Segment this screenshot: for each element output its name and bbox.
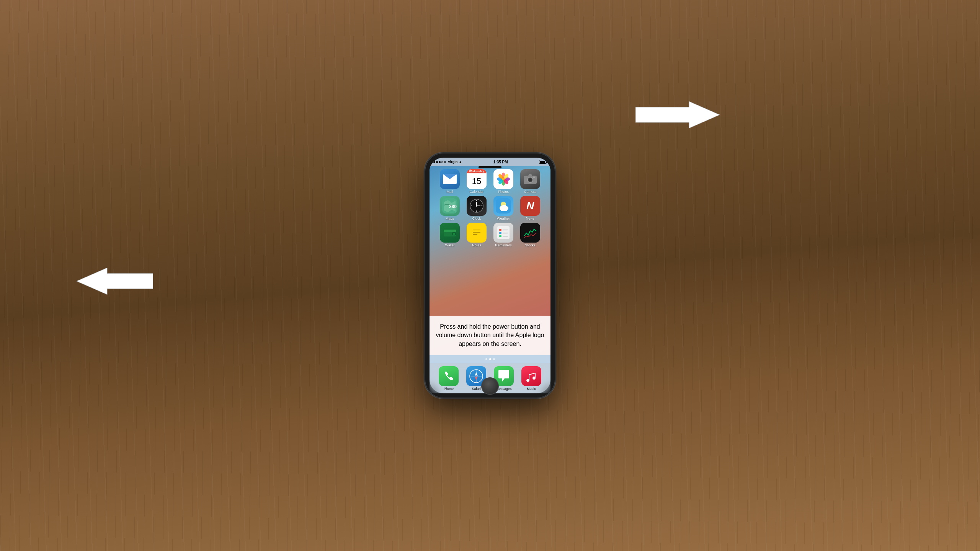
- speaker: [479, 166, 501, 168]
- app-mail[interactable]: Mail: [438, 169, 462, 194]
- battery-icon: [539, 160, 547, 164]
- app-camera[interactable]: Camera: [518, 169, 542, 194]
- app-wallet[interactable]: Wallet: [438, 223, 462, 247]
- svg-point-14: [533, 176, 535, 178]
- calendar-day: 15: [467, 173, 487, 189]
- dock-music[interactable]: Music: [519, 366, 543, 391]
- status-time: 1:35 PM: [493, 160, 508, 164]
- svg-point-13: [529, 178, 532, 181]
- reminders-label: Reminders: [495, 243, 512, 247]
- arrow-left: [77, 266, 153, 298]
- news-icon: N: [520, 196, 540, 216]
- weather-label: Weather: [497, 217, 510, 220]
- news-label: News: [526, 217, 535, 220]
- home-button[interactable]: [481, 377, 499, 395]
- signal-dot-4: [441, 161, 443, 163]
- maps-label: Maps: [446, 217, 454, 220]
- page-dot-2: [489, 358, 491, 360]
- app-calendar[interactable]: Wednesday 15 Calendar: [465, 169, 488, 194]
- svg-text:280: 280: [449, 204, 457, 209]
- arrow-right: [635, 99, 720, 132]
- status-bar: Virgin ▲ 1:35 PM: [430, 158, 550, 166]
- clock-icon: [467, 196, 487, 216]
- status-left: Virgin ▲: [433, 160, 462, 164]
- app-photos[interactable]: Photos: [492, 169, 515, 194]
- app-reminders[interactable]: Reminders: [492, 223, 515, 247]
- instruction-overlay: Press and hold the power button and volu…: [430, 316, 550, 355]
- safari-label: Safari: [472, 387, 481, 391]
- calendar-icon-inner: Wednesday 15: [467, 169, 487, 189]
- music-label: Music: [527, 387, 536, 391]
- app-stocks[interactable]: Stocks: [518, 223, 542, 247]
- app-row-3: Wallet Notes: [433, 223, 547, 247]
- notes-label: Notes: [472, 243, 481, 247]
- svg-point-35: [453, 233, 455, 235]
- app-news[interactable]: N News: [518, 196, 542, 220]
- app-notes[interactable]: Notes: [465, 223, 488, 247]
- phone-label: Phone: [444, 387, 454, 391]
- carrier-name: Virgin: [448, 160, 457, 164]
- calendar-weekday: Wednesday: [467, 169, 487, 173]
- signal-dot-3: [439, 161, 441, 163]
- svg-point-43: [499, 232, 501, 234]
- notes-icon: [467, 223, 487, 243]
- wallet-label: Wallet: [445, 243, 455, 247]
- phone-icon: [439, 366, 459, 386]
- stocks-icon: [520, 223, 540, 243]
- signal-dot-2: [436, 161, 438, 163]
- music-icon: [521, 366, 541, 386]
- svg-rect-33: [444, 230, 456, 232]
- page-dot-3: [493, 358, 495, 360]
- calendar-icon: Wednesday 15: [467, 169, 487, 189]
- dock-phone[interactable]: Phone: [437, 366, 461, 391]
- mail-icon: [440, 169, 460, 189]
- app-row-2: 280 Maps: [433, 196, 547, 220]
- svg-marker-1: [635, 101, 720, 128]
- mail-envelope: [443, 174, 457, 184]
- weather-icon: [493, 196, 513, 216]
- iphone-device: Virgin ▲ 1:35 PM: [425, 153, 555, 398]
- svg-rect-36: [470, 226, 483, 239]
- instruction-text: Press and hold the power button and volu…: [436, 323, 544, 347]
- battery-fill: [540, 161, 545, 163]
- clock-label: Clock: [472, 217, 481, 220]
- svg-point-45: [499, 235, 501, 237]
- svg-marker-0: [77, 268, 153, 295]
- calendar-label: Calendar: [470, 190, 484, 194]
- svg-rect-31: [501, 209, 507, 211]
- scene: Virgin ▲ 1:35 PM: [0, 0, 980, 551]
- status-right: [539, 160, 547, 164]
- svg-point-25: [476, 205, 477, 207]
- svg-rect-47: [523, 225, 538, 240]
- page-dot-1: [485, 358, 487, 360]
- mail-label: Mail: [447, 190, 453, 194]
- maps-icon: 280: [440, 196, 460, 216]
- photos-label: Photos: [498, 190, 509, 194]
- camera-icon: [520, 169, 540, 189]
- wifi-icon: ▲: [459, 160, 462, 164]
- app-maps[interactable]: 280 Maps: [438, 196, 462, 220]
- app-clock[interactable]: Clock: [465, 196, 488, 220]
- wallet-icon: [440, 223, 460, 243]
- reminders-icon: [493, 223, 513, 243]
- photos-icon: [493, 169, 513, 189]
- news-icon-letter: N: [526, 200, 534, 212]
- page-dots: [430, 355, 550, 363]
- signal-dots: [433, 161, 446, 163]
- stocks-label: Stocks: [525, 243, 535, 247]
- app-row-1: Mail Wednesday 15 Calendar: [433, 169, 547, 194]
- signal-dot-1: [433, 161, 435, 163]
- app-weather[interactable]: Weather: [492, 196, 515, 220]
- svg-point-41: [499, 229, 501, 231]
- camera-label: Camera: [524, 190, 536, 194]
- iphone-screen: Virgin ▲ 1:35 PM: [430, 158, 550, 393]
- signal-dot-5: [444, 161, 446, 163]
